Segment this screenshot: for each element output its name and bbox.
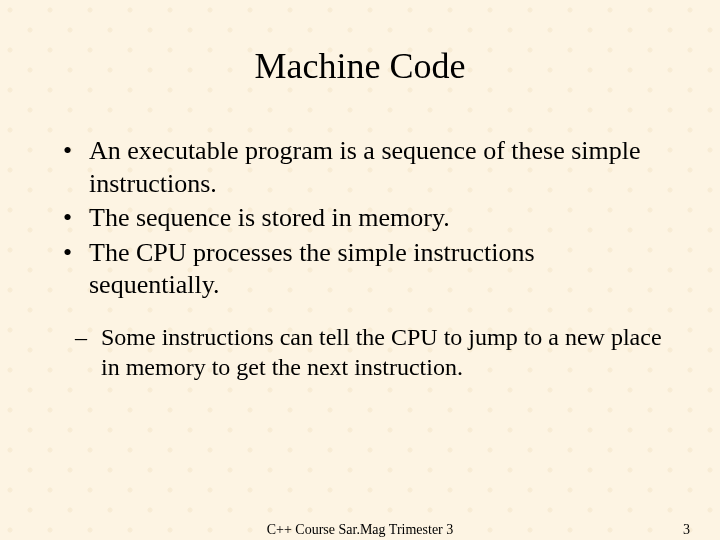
slide: Machine Code An executable program is a … xyxy=(0,0,720,540)
bullet-item: An executable program is a sequence of t… xyxy=(85,135,665,200)
bullet-item: The CPU processes the simple instruction… xyxy=(85,237,665,302)
footer-page-number: 3 xyxy=(683,522,690,538)
sub-bullet-list: Some instructions can tell the CPU to ju… xyxy=(55,322,665,383)
slide-title: Machine Code xyxy=(55,45,665,87)
footer-center-text: C++ Course Sar.Mag Trimester 3 xyxy=(0,522,720,538)
sub-bullet-item: Some instructions can tell the CPU to ju… xyxy=(97,322,665,383)
bullet-list: An executable program is a sequence of t… xyxy=(55,135,665,302)
bullet-item: The sequence is stored in memory. xyxy=(85,202,665,235)
